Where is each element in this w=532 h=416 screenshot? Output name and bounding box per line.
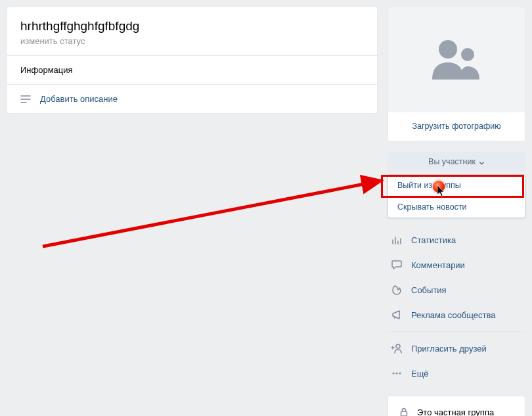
megaphone-icon (390, 308, 403, 321)
private-group-card: Это частная группа (388, 396, 525, 416)
info-label: Информация (7, 56, 377, 85)
svg-point-13 (396, 373, 398, 375)
menu-label: События (411, 285, 447, 295)
hide-news-item[interactable]: Скрывать новости (388, 196, 525, 218)
member-dropdown: Выйти из группы Скрывать новости (388, 174, 525, 218)
menu-invite[interactable]: Пригласить друзей (388, 336, 525, 361)
menu-label: Статистика (411, 235, 456, 245)
upload-photo-link[interactable]: Загрузить фотографию (388, 112, 525, 141)
svg-point-4 (461, 48, 474, 61)
profile-card: hrhrthgffghghfgfbfgdg изменить статус Ин… (7, 7, 378, 114)
comment-icon (390, 258, 403, 271)
photo-card: Загрузить фотографию (388, 7, 525, 142)
svg-rect-15 (401, 411, 407, 416)
dots-icon (390, 367, 403, 380)
svg-point-12 (393, 373, 395, 375)
menu-label: Реклама сообщества (411, 310, 496, 320)
leave-group-item[interactable]: Выйти из группы (388, 175, 525, 196)
menu-ads[interactable]: Реклама сообщества (388, 302, 525, 327)
private-group-label: Это частная группа (417, 407, 494, 417)
menu-comments[interactable]: Комментарии (388, 252, 525, 277)
status-edit[interactable]: изменить статус (20, 36, 364, 46)
menu-events[interactable]: События (388, 277, 525, 302)
text-lines-icon (20, 95, 31, 104)
svg-point-14 (399, 373, 401, 375)
profile-header: hrhrthgffghghfgfbfgdg изменить статус (7, 7, 377, 56)
photo-placeholder-box (388, 7, 525, 112)
menu-separator (388, 331, 525, 332)
membership-block: Вы участник Выйти из группы Скрывать нов… (388, 152, 525, 386)
group-avatar-icon (427, 36, 486, 84)
chevron-down-icon (479, 159, 485, 165)
menu-stats[interactable]: Статистика (388, 227, 525, 252)
side-menu: Статистика Комментарии События (388, 227, 525, 386)
member-status-button[interactable]: Вы участник (388, 152, 525, 172)
events-icon (390, 283, 403, 296)
menu-label: Ещё (411, 369, 429, 379)
member-status-label: Вы участник (428, 157, 476, 166)
stats-icon (390, 233, 403, 246)
svg-point-9 (396, 344, 400, 348)
menu-label: Комментарии (411, 260, 465, 270)
add-user-icon (390, 342, 403, 355)
add-description-row[interactable]: Добавить описание (7, 85, 377, 113)
lock-icon (397, 405, 410, 416)
group-title: hrhrthgffghghfgfbfgdg (20, 19, 364, 34)
svg-point-3 (439, 40, 457, 58)
add-description-link[interactable]: Добавить описание (40, 94, 118, 104)
menu-more[interactable]: Ещё (388, 361, 525, 386)
menu-label: Пригласить друзей (411, 344, 487, 354)
